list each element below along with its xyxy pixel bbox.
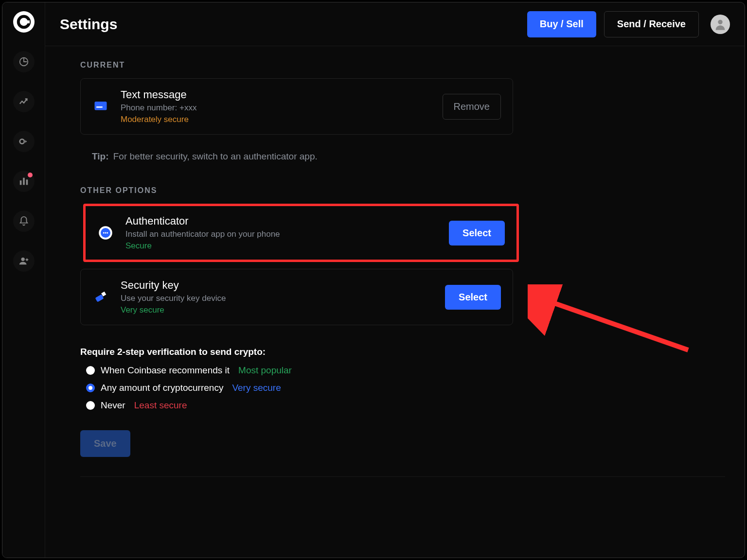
buy-sell-button[interactable]: Buy / Sell [527,11,596,37]
require-2fa-heading: Require 2-step verification to send cryp… [80,347,725,357]
radio-label: Never [101,400,125,411]
current-section-label: CURRENT [80,61,725,70]
authenticator-subtitle: Install an authenticator app on your pho… [125,229,437,239]
authenticator-security: Secure [125,241,437,251]
logo[interactable] [13,11,35,33]
tip-label: Tip: [92,151,108,161]
authenticator-select-button[interactable]: Select [449,221,505,245]
radio-input[interactable] [86,401,95,410]
current-method-security: Moderately secure [121,115,431,124]
svg-point-13 [100,106,102,108]
svg-point-12 [98,106,100,108]
security-key-subtitle: Use your security key device [121,294,433,303]
radio-never[interactable]: Never Least secure [86,400,725,411]
nav-widgets-icon[interactable] [13,171,35,192]
tip-row: Tip: For better security, switch to an a… [92,151,725,162]
svg-rect-1 [26,20,30,23]
nav-notifications-icon[interactable] [13,210,35,232]
divider [80,476,725,477]
svg-point-18 [107,232,108,234]
send-receive-button[interactable]: Send / Receive [604,11,699,37]
svg-rect-4 [19,180,21,185]
current-method-card: Text message Phone number: +xxx Moderate… [80,78,513,135]
nav-trending-icon[interactable] [13,91,35,112]
radio-any-amount[interactable]: Any amount of cryptocurrency Very secure [86,383,725,393]
radio-input[interactable] [86,366,95,375]
nav-invite-icon[interactable] [13,250,35,272]
radio-label: Any amount of cryptocurrency [101,383,223,393]
svg-point-11 [96,106,98,108]
avatar[interactable] [711,15,730,34]
current-method-title: Text message [121,88,431,101]
svg-point-7 [21,258,24,261]
svg-point-17 [105,232,107,234]
security-key-icon [92,289,109,305]
authenticator-card: Authenticator Install an authenticator a… [90,211,512,255]
svg-rect-5 [23,178,25,185]
radio-label: When Coinbase recommends it [101,365,230,376]
authenticator-icon [97,225,114,241]
security-key-title: Security key [121,279,433,292]
nav-explore-icon[interactable] [13,131,35,152]
highlight-annotation: Authenticator Install an authenticator a… [83,204,519,262]
radio-tag: Least secure [134,400,187,411]
svg-rect-9 [95,102,107,110]
security-key-select-button[interactable]: Select [445,285,501,310]
remove-button[interactable]: Remove [443,94,501,120]
security-key-security: Very secure [121,305,433,315]
current-method-subtitle: Phone number: +xxx [121,103,431,113]
notification-badge [28,173,33,177]
content-area: CURRENT Text message Phone number: +xxx … [80,61,725,477]
svg-point-3 [19,139,24,143]
radio-tag: Most popular [238,365,292,376]
sidebar [2,2,45,558]
radio-input[interactable] [86,384,95,392]
security-key-card: Security key Use your security key devic… [80,269,513,325]
authenticator-title: Authenticator [125,215,437,228]
svg-rect-6 [26,179,28,185]
radio-tag: Very secure [232,383,281,393]
other-options-label: OTHER OPTIONS [80,186,725,195]
radio-recommends[interactable]: When Coinbase recommends it Most popular [86,365,725,376]
svg-point-8 [718,19,722,24]
header: Settings Buy / Sell Send / Receive [45,2,745,46]
text-message-icon [92,98,109,115]
page-title: Settings [60,16,519,33]
svg-point-16 [103,232,105,234]
save-button[interactable]: Save [80,430,130,457]
nav-home-icon[interactable] [13,51,35,72]
tip-text: For better security, switch to an authen… [113,151,318,161]
